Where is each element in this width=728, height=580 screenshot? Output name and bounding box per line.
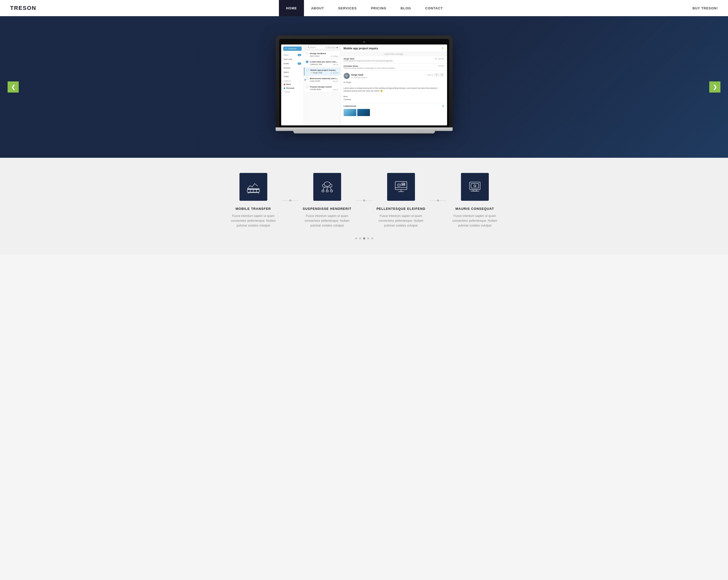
expanded-header: SV Serge Vasil ☆ Nov 11 bbox=[344, 73, 444, 79]
nav-pricing[interactable]: PRICING bbox=[364, 0, 393, 16]
laptop-bezel: ✎ Compose Inbox 3 Sent mail Dr bbox=[279, 39, 449, 127]
trash-label: Trash bbox=[284, 75, 289, 78]
dot bbox=[363, 200, 365, 202]
svg-rect-13 bbox=[326, 190, 328, 192]
star-icon[interactable]: ★ bbox=[442, 47, 444, 50]
more-actions-button[interactable]: ▾ bbox=[440, 73, 444, 77]
email-from: Catherine Tate bbox=[310, 63, 322, 65]
line bbox=[356, 201, 363, 201]
list-header: 🔍 Search 1-24 of 112 ◀▶ bbox=[304, 45, 340, 51]
line bbox=[365, 201, 373, 201]
compose-icon: ✎ bbox=[285, 48, 287, 50]
hero-section: ❮ ✎ Compose bbox=[0, 16, 728, 158]
dot-1[interactable] bbox=[355, 237, 357, 239]
sidebar-item-drafts[interactable]: Drafts 2 bbox=[281, 61, 304, 66]
feature-title-3: PELLENTESQUE ELEIFEND bbox=[376, 207, 425, 211]
sidebar-item-trash[interactable]: Trash bbox=[281, 74, 304, 79]
carousel-next-button[interactable]: ❯ bbox=[709, 81, 721, 93]
email-item-design-feedback[interactable]: Design feedback Jack Jones 🖇 4:30pm bbox=[304, 51, 340, 59]
email-sender: Mobile app project inquiry bbox=[311, 69, 336, 71]
dot-2[interactable] bbox=[359, 237, 361, 239]
label-personal[interactable]: Personal bbox=[281, 86, 304, 90]
sidebar-item-spam[interactable]: Spam bbox=[281, 70, 304, 74]
detail-title: Mobile app project inquiry bbox=[344, 47, 378, 50]
dot bbox=[289, 200, 291, 202]
connector-1 bbox=[282, 200, 299, 202]
load-older[interactable]: Load 24 older messages bbox=[341, 52, 447, 56]
svg-rect-0 bbox=[248, 189, 259, 189]
dot-4[interactable] bbox=[367, 237, 369, 239]
feature-icon-box-4 bbox=[461, 173, 489, 201]
more-labels[interactable]: + More bbox=[281, 90, 304, 94]
features-section: MOBILE TRANSFER Fusce interdum sapien ut… bbox=[0, 158, 728, 255]
nav-services[interactable]: SERVICES bbox=[331, 0, 364, 16]
email-from: Jack Jones bbox=[310, 55, 320, 57]
expanded-email: SV Serge Vasil ☆ Nov 11 bbox=[341, 71, 447, 103]
thread-date: Nov 05 bbox=[438, 65, 444, 67]
download-icon[interactable]: ⬇ bbox=[442, 105, 444, 107]
archive-label: Archive bbox=[284, 67, 290, 69]
email-time: Nov 10 bbox=[333, 64, 338, 65]
attachment-thumb-2[interactable] bbox=[357, 109, 370, 116]
email-checkbox[interactable] bbox=[307, 69, 309, 71]
feature-icon-box-3 bbox=[387, 173, 415, 201]
monitor-icon bbox=[394, 180, 408, 194]
compose-button[interactable]: ✎ Compose bbox=[283, 47, 302, 51]
star-outline-icon[interactable]: ☆ bbox=[425, 74, 426, 76]
dot-3[interactable] bbox=[363, 237, 365, 239]
email-checkbox[interactable] bbox=[306, 52, 308, 55]
email-time: Nov 07 bbox=[333, 80, 338, 82]
drafts-label: Drafts bbox=[284, 62, 289, 65]
email-checkbox[interactable] bbox=[306, 77, 308, 80]
email-body: Hi Serge, Lorem Ipsum is simply dummy te… bbox=[344, 81, 444, 101]
svg-line-9 bbox=[323, 187, 324, 190]
feature-desc-2: Fusce interdum sapien ut quam consectetu… bbox=[302, 214, 353, 228]
nav-contact[interactable]: CONTACT bbox=[418, 0, 450, 16]
thread-date: Nov 03 bbox=[438, 58, 444, 60]
email-from: Camilla Belle bbox=[310, 88, 321, 90]
thread-sender: Christian Davis bbox=[344, 65, 358, 67]
expanded-sender-name: Serge Vasil bbox=[351, 74, 363, 76]
sidebar-item-inbox[interactable]: Inbox 3 bbox=[281, 53, 304, 57]
inbox-label: Inbox bbox=[284, 54, 289, 56]
email-item-mobile-app[interactable]: Mobile app project inquiry ★ Serge Vasil… bbox=[304, 68, 340, 76]
connector-2 bbox=[356, 200, 373, 202]
sidebar-item-archive[interactable]: Archive bbox=[281, 66, 304, 70]
cloud-network-icon bbox=[320, 180, 334, 194]
feature-icon-box-2 bbox=[313, 173, 341, 201]
detail-header: Mobile app project inquiry ★ bbox=[341, 45, 447, 52]
nav-blog[interactable]: BLOG bbox=[393, 0, 418, 16]
email-item-product-design[interactable]: Product design course Camilla Belle Nov … bbox=[304, 84, 340, 93]
email-checkbox[interactable]: ✓ bbox=[306, 61, 308, 63]
email-checkbox[interactable] bbox=[306, 86, 308, 88]
reply-button[interactable]: ↩ bbox=[435, 73, 439, 77]
thread-sender: Serge Vasil bbox=[344, 58, 355, 60]
email-item-bistronome[interactable]: Bistronome materials and s... Lewis Smit… bbox=[304, 76, 340, 84]
email-item-is-that[interactable]: ✓ Is that what you had in min... Catheri… bbox=[304, 59, 340, 68]
carousel-prev-button[interactable]: ❮ bbox=[7, 81, 19, 93]
laptop-camera bbox=[363, 41, 365, 43]
nav-home[interactable]: HOME bbox=[279, 0, 304, 16]
search-box[interactable]: 🔍 Search bbox=[306, 46, 326, 49]
label-work[interactable]: Work bbox=[281, 82, 304, 86]
email-sender: Is that what you had in min... bbox=[310, 61, 338, 63]
mobile-transfer-icon bbox=[246, 180, 260, 194]
drafts-badge: 2 bbox=[297, 62, 301, 65]
feature-mobile-transfer: MOBILE TRANSFER Fusce interdum sapien ut… bbox=[225, 173, 282, 228]
laptop-base bbox=[276, 127, 452, 131]
dot-5[interactable] bbox=[371, 237, 373, 239]
email-sender: Design feedback bbox=[310, 52, 326, 55]
svg-rect-18 bbox=[402, 183, 405, 184]
attachment-thumb-1[interactable] bbox=[344, 109, 356, 116]
nav-about[interactable]: ABOUT bbox=[304, 0, 331, 16]
work-dot bbox=[284, 84, 285, 85]
feature-mauris: MAURIS CONSEQUAT Fusce interdum sapien u… bbox=[447, 173, 503, 228]
email-time: Nov 07 bbox=[333, 89, 338, 90]
sidebar-item-sent[interactable]: Sent mail bbox=[281, 57, 304, 61]
nav-buy-button[interactable]: BUY TRESON! bbox=[693, 6, 718, 10]
feature-icon-box-1 bbox=[239, 173, 267, 201]
feature-desc-3: Fusce interdum sapien ut quam consectetu… bbox=[376, 214, 426, 228]
svg-rect-14 bbox=[331, 190, 333, 192]
sender-avatar: SV bbox=[344, 73, 350, 79]
mail-app: ✎ Compose Inbox 3 Sent mail Dr bbox=[281, 45, 447, 125]
